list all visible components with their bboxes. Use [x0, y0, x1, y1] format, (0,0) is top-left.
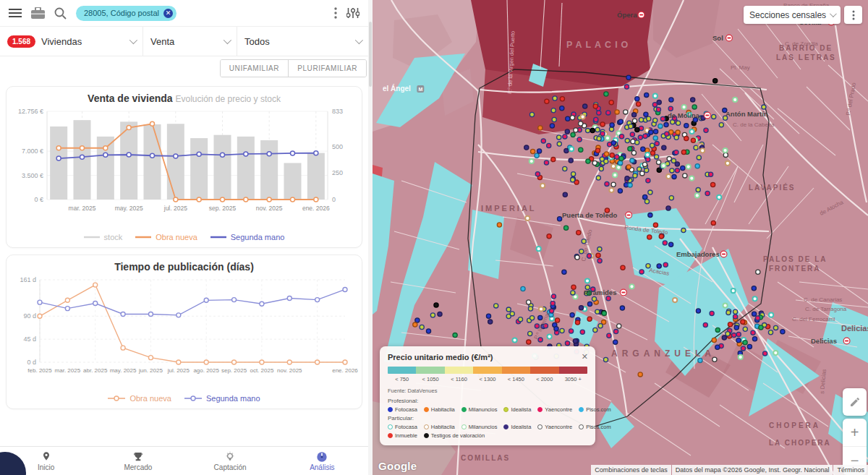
source-dot-icon [537, 407, 542, 412]
map-kebab-button[interactable] [844, 6, 862, 24]
select-property-type[interactable]: 1.568 Viviendas [0, 27, 143, 56]
svg-text:Pl. May: Pl. May [731, 64, 750, 71]
source-legend-item: Fotocasa [388, 424, 417, 430]
search-filter-chip[interactable]: 28005, Código postal ✕ [76, 6, 176, 21]
chevron-down-icon [355, 36, 363, 44]
nav-captacion[interactable]: Captación [184, 447, 276, 475]
chevron-down-icon [129, 36, 137, 44]
price-scale-segment [416, 367, 444, 374]
select-operation[interactable]: Venta [143, 27, 237, 56]
source-dot-icon [579, 424, 584, 429]
chip-close-icon[interactable]: ✕ [163, 9, 173, 18]
svg-text:jun. 2025: jun. 2025 [138, 367, 163, 374]
venta-chart-subtitle: Evolución de precio y stock [175, 94, 280, 104]
price-scale-segment [473, 367, 501, 374]
svg-text:sep. 2025: sep. 2025 [221, 367, 247, 374]
venta-chart-title: Venta de vivienda Evolución de precio y … [11, 93, 357, 104]
nav-mercado[interactable]: Mercado [92, 447, 184, 475]
legend-item[interactable]: Obra nueva [135, 233, 197, 241]
legend-source: Fuente: DataVenues [388, 388, 587, 394]
svg-text:45 d: 45 d [23, 335, 36, 343]
select-property-type-value: Viviendas [41, 36, 82, 47]
legend-item[interactable]: stock [84, 233, 123, 241]
svg-text:ago. 2025: ago. 2025 [193, 367, 219, 374]
google-logo: Google [378, 460, 417, 472]
svg-text:Ópera: Ópera [617, 11, 637, 19]
legend-item[interactable]: Segunda mano [184, 394, 260, 403]
family-type-segmented: UNIFAMILIAR PLURIFAMILIAR [220, 59, 367, 77]
price-scale-label: < 2000 [530, 376, 558, 382]
plurifamiliar-button[interactable]: PLURIFAMILIAR [288, 60, 366, 77]
lightbulb-icon [224, 451, 236, 463]
svg-text:C. de Tarragona: C. de Tarragona [805, 306, 847, 312]
legend-item[interactable]: Segunda mano [210, 233, 285, 241]
source-dot-icon [503, 424, 509, 429]
attribution-link[interactable]: Combinaciones de teclas [591, 465, 671, 475]
svg-text:jul. 2025: jul. 2025 [167, 367, 190, 374]
nav-captacion-label: Captación [214, 463, 247, 471]
kebab-menu-icon[interactable] [334, 7, 337, 19]
tiempo-chart-canvas: 161 d90 d45 d0 dfeb. 2025mar. 2025abr. 2… [11, 273, 359, 388]
select-operation-value: Venta [150, 36, 174, 47]
price-scale-segment [388, 367, 416, 374]
search-icon[interactable] [54, 7, 67, 20]
app-root: 28005, Código postal ✕ 1.568 Viviendas V… [0, 0, 868, 475]
source-dot-icon [503, 407, 509, 412]
attribution-link[interactable]: Términos [833, 465, 868, 475]
source-legend-item: Fotocasa [388, 406, 417, 413]
source-dot-icon [461, 424, 467, 429]
chevron-down-icon [830, 10, 837, 17]
briefcase-icon[interactable] [31, 7, 45, 19]
source-legend-item: Pisos.com [579, 424, 611, 430]
nav-inicio-label: Inicio [38, 463, 54, 471]
zoom-in-button[interactable]: + [843, 419, 867, 447]
svg-text:ene. 2026: ene. 2026 [332, 367, 358, 374]
svg-text:PALACIO: PALACIO [566, 40, 631, 50]
source-legend-item: Pisos.com [579, 406, 611, 413]
svg-text:12.756 €: 12.756 € [18, 108, 43, 115]
price-scale-label: < 1160 [445, 376, 473, 382]
kebab-menu-icon [852, 10, 855, 20]
source-legend-item: Milanuncios [461, 424, 498, 430]
source-legend-item: Inmueble [388, 432, 417, 439]
legend-group-label: Profesional: [388, 398, 587, 404]
svg-text:LAVAPIÉS: LAVAPIÉS [749, 183, 796, 192]
family-type-row: UNIFAMILIAR PLURIFAMILIAR [0, 56, 368, 80]
nav-analisis[interactable]: Análisis [276, 447, 368, 475]
svg-text:mar. 2025: mar. 2025 [69, 205, 96, 212]
gauge-icon [316, 451, 328, 463]
filter-row: 1.568 Viviendas Venta Todos [0, 27, 368, 56]
price-scale-segment [559, 367, 587, 374]
legend-source-groups: Profesional:FotocasaHabitacliaMilanuncio… [388, 398, 587, 439]
svg-text:Delicias: Delicias [841, 324, 868, 333]
draw-button[interactable] [843, 388, 867, 416]
tiempo-publicacion-card: Tiempo de publicación (días) 161 d90 d45… [6, 254, 362, 409]
price-scale-segment [530, 367, 558, 374]
sections-dropdown[interactable]: Secciones censales [744, 6, 841, 24]
source-legend-item: Yaencontre [537, 424, 572, 430]
svg-text:3.500 €: 3.500 € [22, 172, 43, 179]
source-dot-icon [424, 424, 429, 429]
source-dot-icon [579, 407, 584, 412]
source-legend-item: Yaencontre [537, 406, 572, 413]
legend-group-items: FotocasaHabitacliaMilanunciosIdealistaYa… [388, 406, 587, 413]
svg-text:mar. 2025: mar. 2025 [55, 367, 81, 374]
attribution-link[interactable]: Datos del mapa ©2026 Google, Inst. Geogr… [672, 465, 833, 475]
legend-close-icon[interactable]: ✕ [582, 352, 588, 361]
source-dot-icon [424, 433, 429, 438]
filter-sliders-icon[interactable] [346, 7, 359, 19]
map-attribution: Combinaciones de teclasDatos del mapa ©2… [590, 465, 868, 475]
svg-text:COMILLAS: COMILLAS [461, 454, 510, 462]
select-scope[interactable]: Todos [237, 27, 368, 56]
tiempo-chart-title: Tiempo de publicación (días) [11, 261, 357, 273]
source-legend-item: Idealista [503, 424, 531, 430]
svg-text:90 d: 90 d [23, 312, 36, 320]
price-scale-labels: < 750< 1050< 1160< 1300< 1450< 20003050 … [388, 376, 587, 382]
svg-text:0 d: 0 d [27, 359, 36, 366]
unifamiliar-button[interactable]: UNIFAMILIAR [221, 60, 288, 77]
scrollbar-thumb[interactable] [369, 22, 372, 87]
map-container[interactable]: PALACIOBARRIO DELAS LETRASIMPERIALLAVAPI… [373, 0, 868, 475]
venta-chart-legend: stockObra nuevaSegunda mano [11, 230, 357, 244]
legend-item[interactable]: Obra nueva [108, 394, 171, 403]
menu-icon[interactable] [9, 8, 22, 18]
